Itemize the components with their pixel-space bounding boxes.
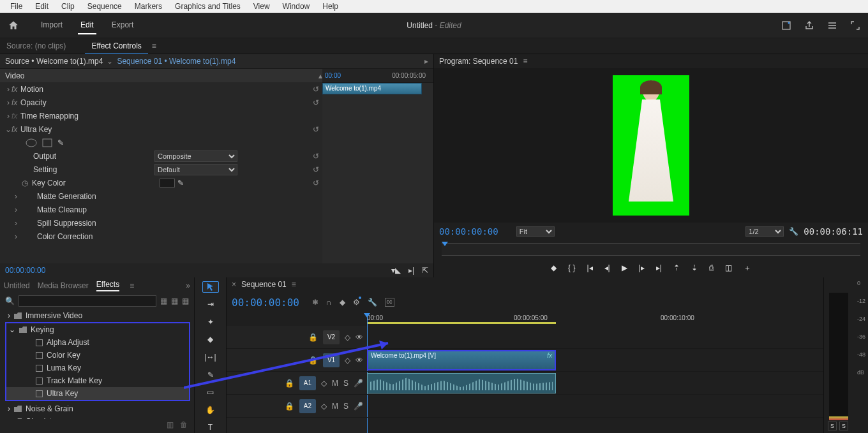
mask-ellipse-icon[interactable] [26, 138, 37, 147]
go-out-icon[interactable]: ▸| [656, 263, 662, 272]
a2-solo[interactable]: S [343, 402, 348, 411]
ultra-reset-icon[interactable]: ↺ [310, 125, 322, 134]
snap-icon[interactable]: ❄ [312, 298, 318, 307]
a1-toggle-icon[interactable]: ◇ [321, 379, 327, 388]
effect-alpha-adjust[interactable]: Alpha Adjust [47, 338, 89, 347]
effects-search-input[interactable] [19, 295, 156, 307]
add-marker-icon[interactable]: ＋ [744, 263, 751, 274]
eyedropper-icon[interactable]: ✎ [177, 179, 184, 187]
prop-matte-gen[interactable]: Matte Generation [19, 192, 322, 201]
audio-clip[interactable] [367, 373, 556, 393]
lane-v2[interactable] [367, 326, 823, 349]
panel-menu-icon[interactable]: ≡ [152, 41, 156, 50]
timeline-close-icon[interactable]: × [232, 280, 236, 289]
a1-solo[interactable]: S [343, 379, 348, 388]
new-bin-icon[interactable]: ▥ [167, 420, 174, 432]
tl-settings-icon[interactable]: ⚙ [353, 298, 360, 307]
lane-a1[interactable] [367, 372, 823, 395]
prop-time-remapping[interactable]: Time Remapping [20, 112, 322, 121]
program-playhead[interactable] [442, 242, 448, 249]
menu-help[interactable]: Help [317, 1, 343, 12]
mark-in-icon[interactable]: ◆ [551, 263, 557, 272]
step-fwd-icon[interactable]: |▸ [639, 263, 645, 272]
output-reset-icon[interactable]: ↺ [310, 152, 322, 161]
wrench2-icon[interactable]: 🔧 [368, 298, 377, 307]
program-res-select[interactable]: 1/2 [745, 226, 784, 237]
step-back-icon[interactable]: ◂| [604, 263, 610, 272]
ec-pin-icon[interactable]: ▸| [408, 266, 414, 275]
wrench-icon[interactable]: 🔧 [789, 227, 798, 236]
track-v1[interactable]: V1 [323, 353, 340, 367]
a2-mic-icon[interactable]: 🎤 [354, 402, 363, 411]
v2-eye-icon[interactable]: 👁 [355, 333, 363, 342]
delete-icon[interactable]: 🗑 [180, 420, 188, 432]
play-icon[interactable]: ▶ [622, 263, 627, 272]
colorcorr-twirl[interactable]: › [13, 232, 19, 241]
caption-icon[interactable]: cc [385, 298, 394, 307]
selection-tool-icon[interactable] [202, 281, 219, 293]
fullscreen-icon[interactable] [850, 20, 860, 31]
fx-badge-3-icon[interactable]: ▦ [182, 297, 189, 305]
mattegen-twirl[interactable]: › [13, 192, 19, 201]
v1-eye-icon[interactable]: 👁 [355, 356, 363, 365]
mode-export[interactable]: Export [109, 17, 137, 34]
effect-color-key[interactable]: Color Key [47, 351, 80, 360]
v2-toggle-icon[interactable]: ◇ [345, 333, 350, 342]
mark-out-icon[interactable]: { } [568, 263, 575, 272]
program-zoom-select[interactable]: Fit [516, 226, 555, 237]
export-frame-icon[interactable]: ⎙ [709, 263, 714, 272]
v1-lock-icon[interactable]: 🔒 [308, 356, 318, 365]
a1-mic-icon[interactable]: 🎤 [354, 379, 363, 388]
tab-source[interactable]: Source: (no clips) [0, 39, 72, 53]
time-twirl[interactable]: › [5, 112, 11, 121]
razor-tool-icon[interactable]: ◆ [202, 334, 219, 346]
timeline-timecode[interactable]: 00:00:00:00 [232, 297, 299, 309]
track-select-tool-icon[interactable]: ⇥ [202, 299, 219, 311]
program-timecode[interactable]: 00:00:00:00 [439, 226, 498, 237]
ec-sequence-label[interactable]: Sequence 01 • Welcome to(1).mp4 [117, 57, 236, 66]
mask-rect-icon[interactable] [42, 138, 52, 147]
v2-lock-icon[interactable]: 🔒 [308, 333, 318, 342]
folder-noise[interactable]: Noise & Grain [26, 404, 73, 413]
matteclean-twirl[interactable]: › [13, 205, 19, 214]
a2-mute[interactable]: M [332, 402, 338, 411]
prop-output-select[interactable]: Composite [154, 150, 237, 162]
effect-ultra-key[interactable]: Ultra Key [47, 389, 78, 398]
quick-export-icon[interactable] [781, 20, 791, 31]
motion-reset-icon[interactable]: ↺ [310, 85, 322, 94]
menu-edit[interactable]: Edit [30, 1, 54, 12]
menu-sequence[interactable]: Sequence [82, 1, 127, 12]
lift-icon[interactable]: ⇡ [673, 263, 680, 272]
work-area-bar[interactable] [367, 322, 556, 324]
meter-solo-r[interactable]: S [839, 422, 848, 430]
share-icon[interactable] [804, 20, 814, 31]
tab-untitled[interactable]: Untitled [4, 281, 30, 290]
menu-markers[interactable]: Markers [130, 1, 167, 12]
a1-mute[interactable]: M [332, 379, 338, 388]
ec-export-icon[interactable]: ⇱ [422, 266, 428, 275]
spill-twirl[interactable]: › [13, 219, 19, 228]
effects-overflow-icon[interactable]: » [186, 281, 190, 290]
folder-twirl-keying[interactable]: ⌄ [9, 325, 15, 334]
menu-clip[interactable]: Clip [56, 1, 80, 12]
ec-clip-bar[interactable]: Welcome to(1).mp4 [322, 83, 422, 94]
a2-toggle-icon[interactable]: ◇ [321, 402, 327, 411]
effect-controls-timeline[interactable]: 00:0000:00:05:00 Welcome to(1).mp4 [322, 69, 433, 263]
video-clip[interactable]: Welcome to(1).mp4 [V]fx [367, 350, 556, 371]
prop-spill[interactable]: Spill Suppression [19, 219, 322, 228]
linked-sel-icon[interactable]: ∩ [326, 298, 332, 307]
mode-edit[interactable]: Edit [78, 17, 96, 34]
ec-timecode[interactable]: 00:00:00:00 [5, 266, 45, 275]
ripple-tool-icon[interactable]: ✦ [202, 316, 219, 328]
timeline-ruler[interactable]: 00:00 00:00:05:00 00:00:10:00 [367, 313, 823, 326]
ec-filter-icon[interactable]: ▾◣ [391, 266, 401, 275]
lane-a2[interactable] [367, 395, 823, 418]
timeline-menu-icon[interactable]: ≡ [292, 280, 296, 289]
menu-window[interactable]: Window [278, 1, 315, 12]
mode-import[interactable]: Import [38, 17, 65, 34]
fx-badge-2-icon[interactable]: ▦ [171, 297, 178, 305]
compare-icon[interactable]: ◫ [725, 263, 732, 272]
menu-graphics[interactable]: Graphics and Titles [170, 1, 246, 12]
pen-tool-icon[interactable]: ✎ [202, 369, 219, 381]
opacity-reset-icon[interactable]: ↺ [310, 98, 322, 107]
